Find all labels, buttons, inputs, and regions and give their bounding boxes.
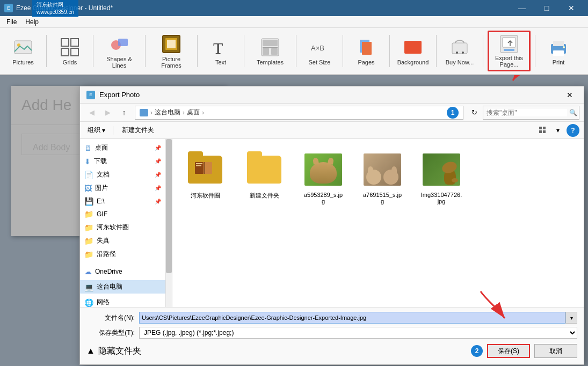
dogs-file-name: a7691515_s.jpg: [361, 192, 403, 204]
e-drive-icon: 💾: [84, 197, 93, 206]
svg-rect-39: [196, 163, 202, 164]
toolbar-setsize[interactable]: A×B Set Size: [301, 31, 338, 71]
toolbar-print-label: Print: [553, 59, 565, 65]
toolbar-pages[interactable]: Pages: [347, 31, 385, 71]
svg-rect-7: [118, 39, 128, 46]
toolbar-text[interactable]: T Text: [202, 31, 239, 71]
file-item-hedong-folder[interactable]: 河东软件圈: [181, 148, 229, 208]
expand-icon: ▲: [86, 346, 95, 356]
toolbar-background-label: Background: [397, 59, 429, 65]
nav-forward-button[interactable]: ▶: [100, 106, 115, 120]
help-button[interactable]: ?: [567, 124, 579, 137]
toolbar-setsize-label: Set Size: [309, 59, 331, 65]
view-dropdown-button[interactable]: ▾: [551, 124, 564, 137]
toolbar-sep5: [244, 35, 244, 67]
sidebar-item-network[interactable]: 🌐 网络: [80, 296, 165, 307]
filename-row: 文件名(N): ▾: [86, 312, 577, 324]
sidebar-item-documents[interactable]: 📄 文档 📌: [80, 168, 165, 181]
svg-rect-4: [61, 48, 69, 56]
svg-rect-14: [263, 48, 269, 55]
breadcrumb-desktop[interactable]: 桌面: [187, 108, 200, 117]
dialog-nav: ◀ ▶ ↑ › 这台电脑 › 桌面 › 1 ↻ 🔍: [80, 104, 584, 122]
toolbar-print[interactable]: Print: [540, 31, 577, 71]
pages-icon: [355, 36, 377, 58]
network-icon: 🌐: [84, 298, 93, 307]
file-item-squirrel[interactable]: Img331047726.jpg: [417, 148, 466, 208]
view-grid-button[interactable]: [536, 124, 549, 137]
sidebar-scrollbar[interactable]: [166, 139, 172, 307]
organize-button[interactable]: 组织 ▾: [84, 125, 108, 136]
minimize-button[interactable]: —: [510, 0, 534, 16]
sidebar-item-thispc[interactable]: 💻 这台电脑: [80, 280, 165, 294]
svg-rect-15: [271, 48, 278, 55]
squirrel-thumbnail: [423, 151, 460, 188]
file-area: 河东软件圈 新建文件夹: [172, 139, 584, 307]
sidebar-item-desktop[interactable]: 🖥 桌面 📌: [80, 141, 165, 155]
sidebar-gif-label: GIF: [97, 210, 107, 218]
sidebar-item-yanlu[interactable]: 📁 沿路径: [80, 247, 165, 261]
svg-rect-40: [196, 165, 201, 166]
shizhen-icon: 📁: [84, 237, 93, 245]
sidebar-documents-label: 文档: [97, 170, 110, 179]
toolbar-buynow[interactable]: Buy Now...: [441, 31, 478, 71]
sidebar-item-downloads[interactable]: ⬇ 下载 📌: [80, 155, 165, 168]
toolbar-pictures[interactable]: Pictures: [4, 31, 42, 71]
nav-refresh-button[interactable]: ↻: [467, 106, 482, 120]
file-item-cat[interactable]: a5953289_s.jpg: [299, 148, 347, 208]
new-folder-button[interactable]: 新建文件夹: [118, 125, 158, 136]
toolbar-shapes[interactable]: Shapes & Lines: [98, 31, 141, 71]
pin-icon-pictures: 📌: [155, 185, 161, 191]
dialog-action-buttons: 2 保存(S) 取消: [471, 344, 577, 358]
filetype-select[interactable]: JPEG (.jpg, .jpeg) (*.jpg;*.jpeg;): [139, 327, 577, 339]
menu-file[interactable]: File: [2, 17, 21, 27]
file-item-new-folder[interactable]: 新建文件夹: [240, 148, 288, 208]
nav-back-button[interactable]: ◀: [84, 106, 99, 120]
cancel-button[interactable]: 取消: [534, 344, 577, 358]
sidebar-shizhen-label: 失真: [97, 236, 110, 245]
svg-rect-10: [167, 40, 176, 48]
filetype-row: 保存类型(T): JPEG (.jpg, .jpeg) (*.jpg;*.jpe…: [86, 327, 577, 339]
setsize-icon: A×B: [309, 36, 330, 58]
svg-point-22: [456, 52, 458, 54]
toolbar-grids[interactable]: Grids: [51, 31, 89, 71]
hedong-folder-thumbnail: [186, 151, 224, 188]
svg-rect-27: [504, 49, 514, 51]
hide-folders-control: ▲ 隐藏文件夹: [86, 346, 141, 357]
breadcrumb-sep1: ›: [150, 109, 153, 116]
svg-rect-5: [71, 48, 78, 56]
dialog-icon: E: [86, 91, 95, 99]
dialog-close-button[interactable]: ✕: [562, 89, 577, 101]
toolbar-templates[interactable]: Templates: [249, 31, 292, 71]
save-button[interactable]: 保存(S): [487, 344, 530, 358]
svg-rect-30: [553, 50, 564, 56]
sidebar-item-hedong[interactable]: 📁 河东软件圈: [80, 221, 165, 234]
sidebar-item-onedrive[interactable]: ☁ OneDrive: [80, 265, 165, 278]
svg-rect-19: [362, 42, 372, 55]
toolbar-export[interactable]: Export this Page...: [488, 31, 531, 71]
frames-icon: [161, 33, 182, 55]
new-folder-name: 新建文件夹: [250, 192, 279, 200]
sidebar-item-pictures[interactable]: 🖼 图片 📌: [80, 181, 165, 195]
pin-icon-downloads: 📌: [155, 158, 161, 164]
watermark: 河东软件网 www.pc0359.cn: [32, 0, 78, 17]
file-item-dogs[interactable]: a7691515_s.jpg: [358, 148, 406, 208]
maximize-button[interactable]: □: [534, 0, 559, 16]
svg-rect-2: [61, 39, 69, 46]
svg-point-23: [462, 52, 464, 54]
svg-rect-35: [543, 130, 546, 133]
sidebar-item-e[interactable]: 💾 E:\ 📌: [80, 195, 165, 208]
toolbar-background[interactable]: Background: [394, 31, 432, 71]
close-button[interactable]: ✕: [559, 0, 584, 16]
search-input[interactable]: [487, 109, 567, 116]
dialog-bottom: 文件名(N): ▾ 保存类型(T): JPEG (.jpg, .jpeg) (*…: [80, 307, 584, 364]
filename-input[interactable]: [139, 312, 565, 324]
toolbar-frames[interactable]: Picture Frames: [150, 31, 193, 71]
menu-bar: File Help: [0, 16, 588, 28]
filename-dropdown-button[interactable]: ▾: [565, 312, 577, 324]
breadcrumb-thispc[interactable]: 这台电脑: [155, 108, 180, 117]
sidebar-thispc-label: 这台电脑: [97, 282, 122, 291]
sidebar-item-shizhen[interactable]: 📁 失真: [80, 234, 165, 247]
sidebar-item-gif[interactable]: 📁 GIF: [80, 208, 165, 221]
menu-help[interactable]: Help: [21, 17, 43, 27]
nav-up-button[interactable]: ↑: [117, 106, 132, 120]
